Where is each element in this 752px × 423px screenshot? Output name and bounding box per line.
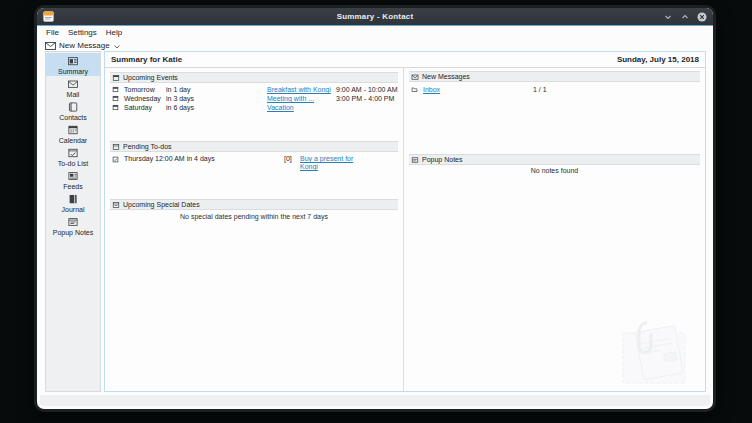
event-icon: [112, 95, 124, 102]
todo-icon: [112, 143, 120, 151]
sidebar: Summary Mail Contacts: [45, 51, 101, 392]
message-count: 1 / 1: [533, 86, 701, 93]
event-day: Wednesday: [124, 95, 166, 102]
section-title: Popup Notes: [422, 156, 462, 163]
journal-icon: [67, 193, 79, 205]
event-icon: [112, 86, 124, 93]
special-dates-icon: [112, 201, 120, 209]
newspaper-icon: [67, 55, 79, 67]
page-title: Summary for Katie: [111, 55, 182, 64]
inbox-link[interactable]: Inbox: [423, 86, 533, 93]
todo-item-icon: [112, 156, 124, 163]
section-title: Upcoming Special Dates: [123, 201, 200, 208]
calendar-icon: [112, 74, 120, 82]
summary-view: Summary for Katie Sunday, July 15, 2018 …: [104, 51, 706, 392]
message-folder-row: Inbox 1 / 1: [410, 85, 701, 94]
menu-help[interactable]: Help: [106, 28, 122, 37]
todo-row: Thursday 12:00 AM in 4 days [0] Buy a pr…: [111, 155, 399, 171]
todo-link[interactable]: Buy a present for Kongi: [300, 155, 362, 171]
sidebar-item-label: Mail: [67, 91, 80, 98]
kontact-app-icon: [43, 11, 54, 22]
sidebar-item-label: Summary: [58, 68, 88, 75]
event-row: Saturday in 6 days Vacation: [111, 103, 399, 112]
maximize-button[interactable]: [680, 12, 690, 22]
sidebar-item-label: Contacts: [59, 114, 87, 121]
menu-settings[interactable]: Settings: [68, 28, 97, 37]
calendar-icon: [67, 124, 79, 136]
sidebar-item-contacts[interactable]: Contacts: [46, 99, 100, 122]
notes-icon: [411, 156, 419, 164]
event-countdown: in 1 day: [166, 86, 267, 93]
todo-due: Thursday 12:00 AM in 4 days: [124, 155, 284, 162]
event-icon: [112, 104, 124, 111]
statusbar: [40, 395, 710, 406]
new-message-button[interactable]: New Message: [59, 41, 110, 50]
summary-header: Summary for Katie Sunday, July 15, 2018: [105, 52, 705, 68]
right-column: New Messages Inbox 1 / 1 Popup Notes No …: [404, 68, 705, 391]
section-title: Upcoming Events: [123, 74, 178, 81]
current-date: Sunday, July 15, 2018: [617, 55, 699, 64]
kontact-watermark-icon: [617, 311, 697, 387]
mail-icon: [411, 73, 419, 81]
titlebar[interactable]: Summary - Kontact: [37, 8, 713, 26]
left-column: Upcoming Events Tomorrow in 1 day Breakf…: [105, 68, 403, 391]
window-title: Summary - Kontact: [37, 12, 713, 21]
sidebar-item-label: Journal: [62, 206, 85, 213]
sidebar-item-todo-list[interactable]: To-do List: [46, 145, 100, 168]
notes-icon: [67, 216, 79, 228]
menubar: File Settings Help: [37, 26, 713, 39]
new-message-icon: [45, 42, 56, 50]
pending-todos-header: Pending To-dos: [110, 141, 398, 152]
todo-icon: [67, 147, 79, 159]
feeds-icon: [67, 170, 79, 182]
close-button[interactable]: [697, 12, 707, 22]
sidebar-item-summary[interactable]: Summary: [46, 53, 100, 76]
sidebar-item-label: To-do List: [58, 160, 88, 167]
minimize-button[interactable]: [663, 12, 673, 22]
event-time: 3:00 PM - 4:00 PM: [336, 95, 399, 102]
section-title: New Messages: [422, 73, 470, 80]
event-link[interactable]: Meeting with ...: [267, 95, 336, 102]
section-title: Pending To-dos: [123, 143, 172, 150]
sidebar-item-label: Calendar: [59, 137, 87, 144]
event-countdown: in 3 days: [166, 95, 267, 102]
sidebar-item-label: Popup Notes: [53, 229, 93, 236]
event-link[interactable]: Breakfast with Kongi: [267, 86, 336, 93]
special-dates-empty-message: No special dates pending within the next…: [105, 213, 403, 220]
event-link[interactable]: Vacation: [267, 104, 336, 111]
new-messages-header: New Messages: [409, 71, 700, 82]
popup-notes-header: Popup Notes: [409, 154, 700, 165]
event-row: Wednesday in 3 days Meeting with ... 3:0…: [111, 94, 399, 103]
sidebar-item-mail[interactable]: Mail: [46, 76, 100, 99]
event-day: Tomorrow: [124, 86, 166, 93]
folder-icon: [411, 86, 423, 93]
mail-icon: [67, 78, 79, 90]
sidebar-item-popup-notes[interactable]: Popup Notes: [46, 214, 100, 237]
upcoming-events-header: Upcoming Events: [110, 72, 398, 83]
sidebar-item-label: Feeds: [63, 183, 82, 190]
popup-notes-empty-message: No notes found: [404, 167, 705, 174]
sidebar-item-feeds[interactable]: Feeds: [46, 168, 100, 191]
sidebar-item-journal[interactable]: Journal: [46, 191, 100, 214]
event-row: Tomorrow in 1 day Breakfast with Kongi 9…: [111, 85, 399, 94]
kontact-window: Summary - Kontact File Settings Help: [37, 8, 713, 409]
todo-priority: [0]: [284, 155, 300, 162]
event-day: Saturday: [124, 104, 166, 111]
chevron-down-icon[interactable]: [114, 45, 120, 49]
sidebar-item-calendar[interactable]: Calendar: [46, 122, 100, 145]
special-dates-header: Upcoming Special Dates: [110, 199, 398, 210]
contacts-icon: [67, 101, 79, 113]
menu-file[interactable]: File: [46, 28, 59, 37]
event-time: 9:00 AM - 10:00 AM: [336, 86, 399, 93]
event-countdown: in 6 days: [166, 104, 267, 111]
